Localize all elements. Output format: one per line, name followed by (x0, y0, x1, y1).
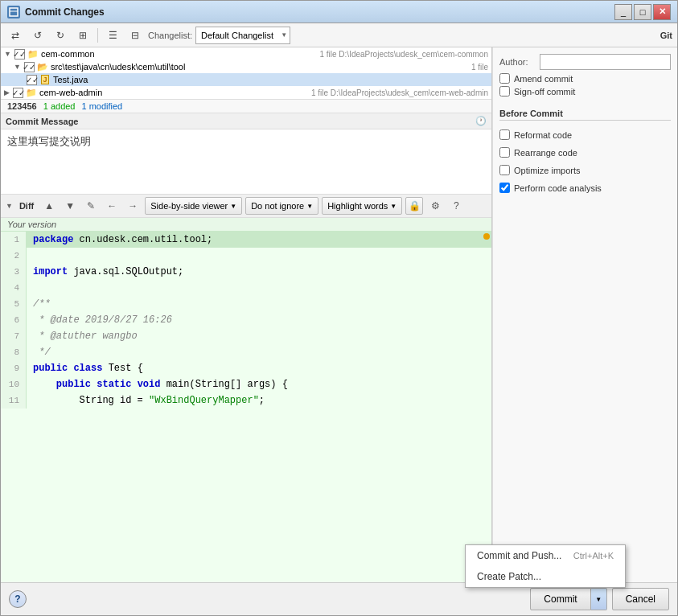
undo-button[interactable]: ↺ (28, 27, 47, 44)
diff-section: ▼ Diff ▲ ▼ ✎ ← → Side-by-side viewer ▼ D… (1, 195, 491, 582)
author-row: Author: (499, 54, 671, 70)
code-line: 10 public static void main(String[] args… (1, 376, 491, 392)
clock-icon[interactable]: 🕐 (475, 116, 487, 126)
redo-button[interactable]: ↻ (51, 27, 70, 44)
list-item[interactable]: ▶ ✓ 📁 cem-web-admin 1 file D:\IdeaProjec… (1, 86, 491, 99)
folder-icon: 📁 (27, 48, 39, 60)
line-content: public class Test { (27, 360, 491, 376)
code-line: 3 import java.sql.SQLOutput; (1, 264, 491, 280)
tree-item-label: cem-web-admin (39, 88, 308, 97)
diff-up-button[interactable]: ▲ (40, 197, 58, 215)
tree-checkbox[interactable]: ✓ (24, 62, 35, 72)
tree-checkbox[interactable]: ✓ (14, 49, 25, 60)
optimize-label: Optimize imports (514, 166, 581, 175)
list-item[interactable]: ▼ ✓ 📂 src\test\java\cn\udesk\cem\util\to… (1, 60, 491, 73)
viewer-dropdown[interactable]: Side-by-side viewer ▼ (145, 197, 242, 215)
diff-collapse-icon[interactable]: ▼ (6, 202, 13, 210)
tree-item-path: 1 file D:\IdeaProjects\udesk_cem\cem-web… (311, 88, 488, 97)
commit-message-title: Commit Message (6, 117, 78, 126)
right-panel: Author: Amend commit Sign-off commit Bef… (492, 47, 677, 582)
sign-off-checkbox[interactable] (499, 86, 510, 97)
cancel-button[interactable]: Cancel (612, 588, 669, 610)
collapse-icon[interactable]: ▼ (14, 63, 21, 71)
reformat-row: Reformat code (499, 129, 671, 140)
reformat-checkbox[interactable] (499, 129, 510, 140)
viewer-label: Side-by-side viewer (150, 201, 228, 211)
code-analysis-checkbox[interactable] (499, 183, 510, 193)
folder-icon: 📂 (37, 61, 48, 72)
bottom-right: Commit ▼ Cancel (530, 588, 669, 610)
git-section: Author: Amend commit Sign-off commit (499, 54, 671, 99)
commit-message-input[interactable]: 这里填写提交说明 (1, 129, 491, 194)
before-commit-title: Before Commit (499, 107, 671, 121)
view-options-button[interactable]: ⊞ (73, 27, 92, 44)
tree-item-label: Test.java (53, 75, 488, 84)
optimize-checkbox[interactable] (499, 165, 510, 175)
help-button[interactable]: ? (9, 590, 27, 608)
commit-and-push-shortcut: Ctrl+Alt+K (573, 551, 614, 561)
tree-item-label: cem-common (41, 49, 317, 59)
commit-arrow-icon: ▼ (595, 596, 602, 603)
toolbar: ⇄ ↺ ↻ ⊞ ☰ ⊟ Changelist: Default Changeli… (1, 23, 677, 47)
toolbar-list-button[interactable]: ☰ (103, 27, 122, 44)
diff-version-label: Your version (1, 218, 491, 232)
author-input[interactable] (540, 54, 671, 70)
main-window: Commit Changes _ □ ✕ ⇄ ↺ ↻ ⊞ ☰ ⊟ Changel… (0, 0, 678, 616)
amend-commit-checkbox[interactable] (499, 73, 510, 84)
highlight-dropdown[interactable]: Highlight words ▼ (322, 197, 402, 215)
code-line: 4 (1, 280, 491, 296)
author-label: Author: (499, 57, 540, 67)
line-content: import java.sql.SQLOutput; (27, 264, 491, 280)
svg-rect-0 (10, 8, 18, 16)
commit-arrow-button[interactable]: ▼ (591, 588, 607, 610)
title-bar: Commit Changes _ □ ✕ (1, 1, 677, 23)
line-number: 5 (1, 296, 27, 312)
tree-item-label: src\test\java\cn\udesk\cem\util\tool (51, 62, 468, 72)
commit-and-push-item[interactable]: Commit and Push... Ctrl+Alt+K (466, 545, 625, 566)
code-line: 2 (1, 248, 491, 264)
code-line: 5 /** (1, 296, 491, 312)
diff-prev-button[interactable]: ← (103, 197, 121, 215)
move-changes-button[interactable]: ⇄ (6, 27, 25, 44)
line-content: public static void main(String[] args) { (27, 376, 491, 392)
line-number: 7 (1, 328, 27, 344)
line-content (27, 280, 491, 296)
line-content (27, 248, 491, 264)
toolbar-grid-button[interactable]: ⊟ (125, 27, 145, 44)
close-button[interactable]: ✕ (653, 4, 671, 20)
help-diff-button[interactable]: ? (447, 197, 465, 215)
settings-button[interactable]: ⚙ (426, 197, 444, 215)
ignore-arrow-icon: ▼ (306, 203, 313, 210)
line-content: /** (27, 296, 491, 312)
diff-edit-button[interactable]: ✎ (82, 197, 100, 215)
line-number: 4 (1, 280, 27, 296)
minimize-button[interactable]: _ (614, 4, 632, 20)
change-indicator (483, 233, 490, 240)
line-number: 3 (1, 264, 27, 280)
viewer-arrow-icon: ▼ (230, 203, 236, 210)
optimize-row: Optimize imports (499, 165, 671, 175)
collapse-icon[interactable]: ▼ (4, 50, 11, 58)
collapse-icon[interactable]: ▶ (4, 88, 10, 97)
ignore-dropdown[interactable]: Do not ignore ▼ (245, 197, 318, 215)
file-tree: ▼ ✓ 📁 cem-common 1 file D:\IdeaProjects\… (1, 47, 491, 100)
line-content: */ (27, 344, 491, 360)
window-title: Commit Changes (25, 6, 614, 18)
commit-button[interactable]: Commit (530, 588, 590, 610)
tree-item-path: 1 file D:\IdeaProjects\udesk_cem\cem-com… (319, 50, 488, 59)
create-patch-item[interactable]: Create Patch... (466, 566, 625, 587)
rearrange-checkbox[interactable] (499, 147, 510, 158)
list-item[interactable]: ▼ ✓ 📁 cem-common 1 file D:\IdeaProjects\… (1, 47, 491, 60)
amend-commit-label: Amend commit (514, 74, 573, 84)
changelist-dropdown[interactable]: Default Changelist (195, 27, 290, 44)
highlight-label: Highlight words (327, 201, 388, 211)
diff-down-button[interactable]: ▼ (61, 197, 79, 215)
code-analysis-label: Perform code analysis (514, 183, 602, 193)
list-item[interactable]: ✓ J Test.java (1, 73, 491, 86)
diff-next-button[interactable]: → (124, 197, 142, 215)
tree-checkbox[interactable]: ✓ (27, 75, 37, 85)
sign-off-label: Sign-off commit (514, 87, 575, 97)
maximize-button[interactable]: □ (634, 4, 651, 20)
tree-checkbox[interactable]: ✓ (13, 88, 23, 98)
lock-button[interactable]: 🔒 (405, 197, 423, 215)
